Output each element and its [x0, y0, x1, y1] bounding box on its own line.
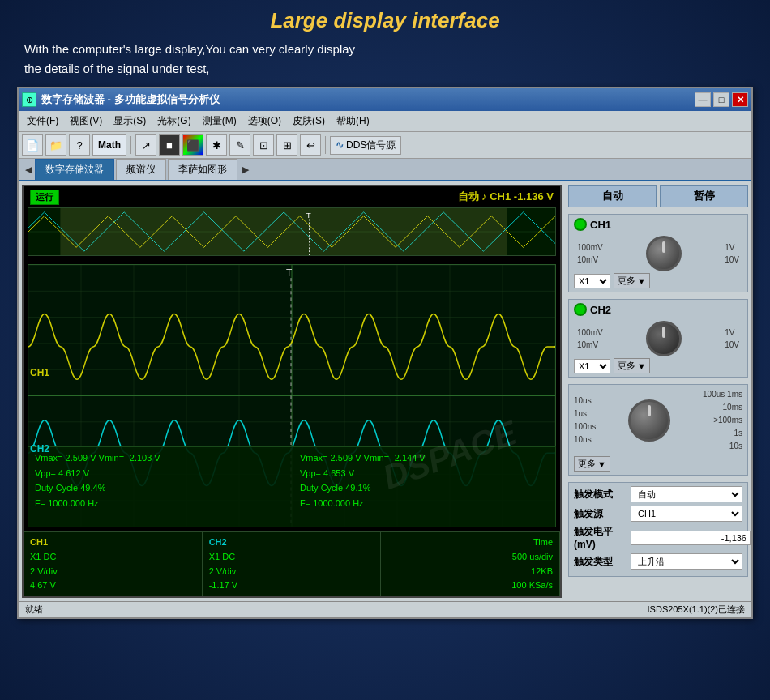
toolbar-math[interactable]: Math [92, 134, 126, 156]
right-panel: 自动 暂停 CH1 100mV 10mV [565, 181, 751, 601]
toolbar-arrow[interactable]: ↩ [300, 134, 321, 156]
meas-right-vmax: Vmax= 2.509 V Vmin= -2.144 V [300, 450, 549, 466]
bottom-time: Time 500 us/div 12KB 100 KSa/s [381, 532, 560, 596]
app-status-bar: 就绪 ISDS205X(1.1)(2)已连接 [19, 601, 751, 617]
toolbar-open[interactable]: 📁 [45, 134, 66, 156]
ch2-offset: -1.17 V [209, 578, 374, 593]
time-labels-left: 10us 1us 100ns 10ns [574, 395, 596, 446]
time-label: Time [387, 536, 553, 550]
toolbar-frame2[interactable]: ⊞ [276, 134, 297, 156]
menu-bar: 文件(F) 视图(V) 显示(S) 光标(G) 测量(M) 选项(O) 皮肤(S… [19, 111, 751, 132]
toolbar-stop[interactable]: ■ [159, 134, 180, 156]
window-title: 数字存储波器 - 多功能虚拟信号分析仪 [41, 92, 220, 107]
tab-oscilloscope[interactable]: 数字存储波器 [35, 159, 114, 180]
ch2-more-btn[interactable]: 更多 ▼ [614, 358, 650, 373]
tab-spectrum[interactable]: 频谱仪 [116, 159, 166, 180]
tab-prev[interactable]: ◀ [22, 163, 35, 177]
trigger-source-label: 触发源 [574, 507, 631, 521]
svg-marker-28 [553, 344, 555, 349]
menu-display[interactable]: 显示(S) [109, 113, 151, 130]
toolbar-dds[interactable]: ∿ DDS信号源 [330, 136, 401, 155]
trigger-type-select[interactable]: 上升沿 下降沿 [631, 553, 742, 570]
oscilloscope-window: ⊕ 数字存储波器 - 多功能虚拟信号分析仪 — □ ✕ 文件(F) 视图(V) … [17, 87, 753, 619]
ch1-name: CH1 [30, 536, 195, 550]
main-container: Large display interface With the compute… [0, 0, 770, 627]
ch2-scale: 2 V/div [209, 565, 374, 579]
auto-button[interactable]: 自动 [568, 185, 657, 207]
menu-options[interactable]: 选项(O) [243, 113, 286, 130]
tab-bar: ◀ 数字存储波器 频谱仪 李萨如图形 ▶ [19, 159, 751, 181]
toolbar-color[interactable]: ⬛ [182, 134, 203, 156]
meas-left-duty: Duty Cycle 49.4% [35, 480, 284, 496]
status-ready: 就绪 [25, 604, 43, 616]
trigger-source-select[interactable]: CH1 CH2 [631, 506, 742, 522]
meas-left-freq: F= 1000.000 Hz [35, 496, 284, 511]
menu-skin[interactable]: 皮肤(S) [288, 113, 330, 130]
ch2-coupling-select[interactable]: X1 X10 [574, 359, 610, 373]
ch1-knob-labels-right: 1V 10V [725, 241, 739, 266]
ch1-mode: X1 DC [30, 550, 195, 565]
subtitle-line2: the details of the signal under test, [24, 62, 209, 75]
auto-pause-row: 自动 暂停 [568, 185, 748, 207]
menu-help[interactable]: 帮助(H) [332, 113, 374, 130]
menu-file[interactable]: 文件(F) [22, 113, 63, 130]
ch1-indicator [574, 218, 587, 231]
toolbar-help[interactable]: ? [69, 134, 90, 156]
tab-next[interactable]: ▶ [239, 163, 252, 177]
ch1-scale: 2 V/div [30, 565, 195, 579]
ch2-knob[interactable] [646, 321, 682, 356]
close-button[interactable]: ✕ [732, 92, 748, 107]
osc-status-bar: 运行 自动 ♪ CH1 -1.136 V [24, 186, 560, 207]
ch2-control-label: CH2 [590, 304, 611, 316]
toolbar-cursor1[interactable]: ↗ [135, 134, 156, 156]
trigger-level-label: 触发电平(mV) [574, 525, 631, 550]
ch2-indicator [574, 303, 587, 316]
toolbar-pencil[interactable]: ✎ [229, 134, 250, 156]
ch2-knob-labels-right: 1V 10V [725, 327, 739, 351]
minimize-button[interactable]: — [695, 92, 711, 107]
meas-left-vpp: Vpp= 4.612 V [35, 466, 284, 481]
ch1-coupling-select[interactable]: X1 X10 [574, 274, 610, 288]
tab-lissajous[interactable]: 李萨如图形 [168, 159, 237, 180]
time-labels-right: 100us 1ms 10ms >100ms 1s 10s [703, 388, 742, 453]
svg-text:T: T [286, 267, 293, 279]
meas-left-vmax: Vmax= 2.509 V Vmin= -2.103 V [35, 450, 284, 466]
ch1-control-label: CH1 [590, 219, 611, 231]
time-rate: 500 us/div [387, 550, 553, 565]
app-icon: ⊕ [22, 92, 36, 107]
ch1-knob[interactable] [646, 236, 682, 271]
ch2-knob-labels: 100mV 10mV [577, 327, 603, 351]
ch1-offset: 4.67 V [30, 578, 195, 593]
page-subtitle: With the computer's large display,You ca… [16, 40, 754, 79]
maximize-button[interactable]: □ [713, 92, 729, 107]
time-sample: 100 KSa/s [387, 578, 553, 593]
ch1-control: CH1 100mV 10mV 1V 10V [568, 214, 748, 292]
time-more-btn[interactable]: 更多 ▼ [574, 456, 610, 472]
ch1-more-btn[interactable]: 更多 ▼ [614, 273, 650, 288]
pause-button[interactable]: 暂停 [660, 185, 748, 207]
trigger-level-input[interactable]: -1,136 [631, 531, 751, 545]
ch2-mode: X1 DC [209, 550, 374, 565]
osc-display: 运行 自动 ♪ CH1 -1.136 V [22, 185, 562, 598]
trigger-mode-select[interactable]: 自动 普通 单次 [631, 486, 742, 502]
menu-view[interactable]: 视图(V) [65, 113, 107, 130]
toolbar-new[interactable]: 📄 [22, 134, 43, 156]
svg-rect-1 [60, 208, 507, 255]
ch1-knob-labels: 100mV 10mV [577, 241, 603, 266]
svg-text:T: T [306, 211, 311, 220]
time-knob[interactable] [628, 399, 670, 442]
page-title: Large display interface [16, 8, 754, 33]
trigger-mode-label: 触发模式 [574, 488, 631, 502]
toolbar-star[interactable]: ✱ [206, 134, 227, 156]
menu-measure[interactable]: 测量(M) [198, 113, 242, 130]
trigger-type-label: 触发类型 [574, 555, 631, 569]
run-status: 运行 [30, 190, 59, 205]
meas-right-duty: Duty Cycle 49.1% [300, 480, 549, 496]
measurement-area: Vmax= 2.509 V Vmin= -2.103 V Vpp= 4.612 … [28, 446, 556, 527]
title-bar: ⊕ 数字存储波器 - 多功能虚拟信号分析仪 — □ ✕ [19, 88, 751, 111]
time-memory: 12KB [387, 565, 553, 579]
menu-cursor[interactable]: 光标(G) [152, 113, 195, 130]
ch2-control: CH2 100mV 10mV 1V 10V [568, 299, 748, 378]
toolbar-frame1[interactable]: ⊡ [253, 134, 274, 156]
trigger-section: 触发模式 自动 普通 单次 触发源 CH1 CH2 [568, 482, 748, 577]
